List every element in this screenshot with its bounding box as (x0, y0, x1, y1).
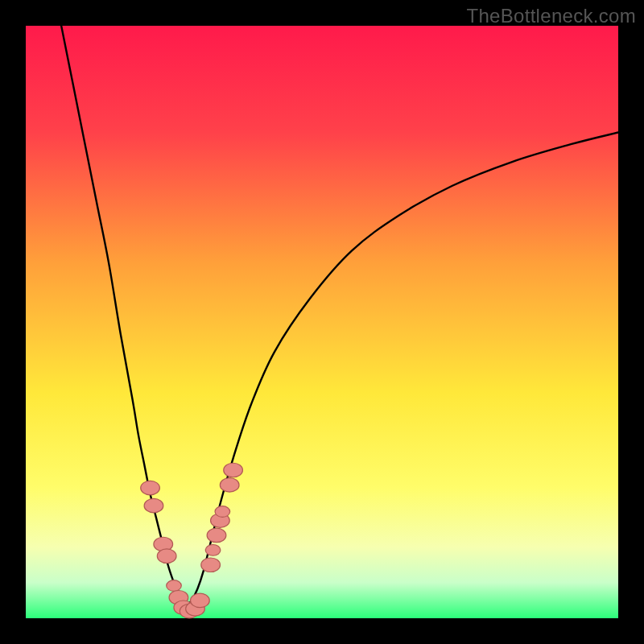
marker-dot (220, 478, 239, 493)
curve-right (186, 132, 618, 606)
chart-frame: TheBottleneck.com (0, 0, 644, 644)
marker-dot (144, 498, 163, 513)
chart-svg (26, 26, 618, 618)
marker-dot (224, 463, 243, 477)
marker-dot (191, 593, 210, 608)
curve-left (61, 26, 186, 606)
marker-dot (141, 481, 160, 495)
marker-dot (201, 558, 221, 572)
marker-layer (141, 463, 243, 618)
marker-dot (205, 544, 221, 555)
marker-dot (157, 549, 176, 564)
marker-dot (207, 528, 226, 543)
watermark: TheBottleneck.com (466, 5, 636, 27)
marker-dot (215, 506, 230, 518)
marker-dot (167, 580, 182, 592)
